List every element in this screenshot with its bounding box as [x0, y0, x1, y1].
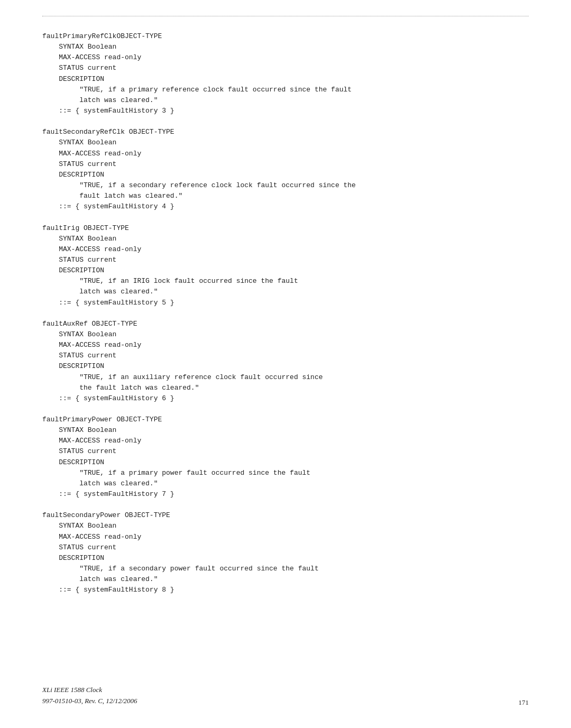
footer-title: XLi IEEE 1588 Clock — [42, 685, 137, 696]
footer-page-number: 171 — [519, 698, 529, 707]
page-container: faultPrimaryRefClkOBJECT-TYPE SYNTAX Boo… — [0, 0, 571, 728]
page-footer: XLi IEEE 1588 Clock 997-01510-03, Rev. C… — [42, 685, 529, 707]
footer-left: XLi IEEE 1588 Clock 997-01510-03, Rev. C… — [42, 685, 137, 707]
footer-doc-info: 997-01510-03, Rev. C, 12/12/2006 — [42, 696, 137, 707]
code-content: faultPrimaryRefClkOBJECT-TYPE SYNTAX Boo… — [42, 31, 529, 595]
dotted-separator — [42, 16, 529, 16]
